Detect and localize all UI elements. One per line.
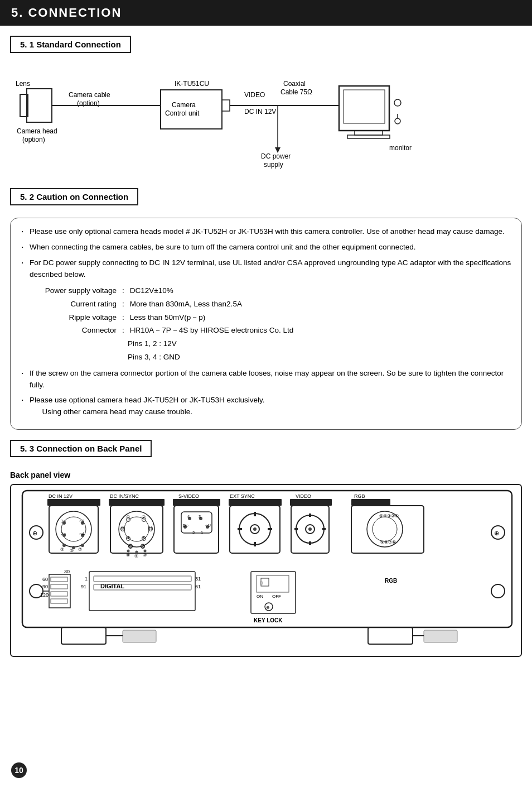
svg-rect-104	[254, 542, 256, 546]
svg-rect-154	[368, 627, 413, 644]
svg-text:Camera: Camera	[172, 101, 196, 109]
svg-rect-101	[238, 528, 242, 530]
svg-rect-19	[344, 90, 385, 123]
svg-point-75	[127, 549, 130, 552]
svg-point-23	[395, 118, 400, 124]
svg-point-110	[308, 527, 312, 531]
svg-rect-113	[309, 514, 311, 517]
svg-text:60: 60	[42, 577, 48, 582]
svg-rect-121	[51, 599, 67, 603]
svg-text:90: 90	[42, 584, 48, 589]
svg-rect-12	[222, 100, 230, 111]
svg-point-100	[253, 527, 257, 531]
spec-row-5: Pins 1, 2 : 12V	[38, 338, 511, 350]
svg-text:VIDEO: VIDEO	[296, 493, 311, 499]
svg-text:3: 3	[199, 514, 201, 519]
svg-text:(option): (option)	[22, 136, 45, 143]
page-number: 10	[11, 762, 27, 778]
svg-text:②: ②	[142, 515, 146, 520]
svg-rect-81	[173, 499, 220, 506]
svg-text:⑤: ⑤	[134, 554, 138, 559]
svg-text:OFF: OFF	[272, 594, 281, 599]
svg-text:DIGITAL: DIGITAL	[100, 583, 124, 589]
svg-text:⑫: ⑫	[128, 544, 133, 549]
svg-text:4: 4	[187, 514, 190, 519]
bullet-dot: ・	[18, 395, 26, 407]
svg-rect-105	[290, 499, 332, 506]
caution-bullet-5: ・ Please use optional camera head JK-TU5…	[18, 395, 511, 418]
svg-rect-143	[351, 506, 424, 553]
spec-row-3: Ripple voltage : Less than 50mV(p－p)	[38, 312, 511, 324]
bullet-dot: ・	[18, 368, 26, 380]
svg-text:31: 31	[195, 576, 201, 582]
svg-text:2○: 2○	[61, 531, 66, 536]
svg-text:⊕: ⊕	[494, 530, 499, 536]
svg-text:RGB: RGB	[354, 493, 365, 499]
svg-text:1: 1	[201, 530, 203, 535]
svg-rect-152	[61, 627, 106, 644]
svg-rect-84	[181, 512, 212, 533]
svg-text:Control unit: Control unit	[165, 109, 200, 117]
caution-bullet-1: ・ Please use only optional camera heads …	[18, 226, 511, 238]
svg-point-148	[373, 517, 397, 541]
svg-text:DC IN 12V: DC IN 12V	[244, 108, 276, 116]
svg-text:Coaxial: Coaxial	[283, 80, 306, 88]
svg-rect-35	[47, 499, 100, 506]
svg-rect-118	[51, 577, 67, 582]
svg-rect-153	[123, 630, 156, 642]
bullet-dot: ・	[18, 227, 26, 238]
svg-text:DC IN/SYNC: DC IN/SYNC	[110, 493, 139, 499]
svg-rect-18	[339, 86, 389, 131]
svg-point-151	[491, 584, 505, 598]
svg-rect-0	[27, 89, 52, 122]
svg-text:⊕: ⊕	[266, 605, 270, 610]
svg-text:1○: 1○	[61, 519, 66, 524]
svg-text:○3: ○3	[79, 519, 85, 524]
section-5-3-header: 5. 3 Connection on Back Panel	[10, 440, 152, 457]
svg-text:③: ③	[126, 535, 130, 540]
svg-rect-144	[351, 499, 390, 506]
svg-rect-56	[110, 506, 163, 553]
svg-text:⑬: ⑬	[141, 544, 145, 549]
svg-text:91: 91	[81, 584, 86, 589]
svg-text:○U: ○U	[205, 523, 211, 528]
svg-rect-102	[268, 528, 272, 530]
svg-text:120: 120	[40, 592, 49, 598]
svg-point-77	[136, 550, 138, 553]
svg-rect-120	[51, 592, 67, 596]
svg-rect-112	[322, 528, 326, 530]
spec-row-4: Connector : HR10A－7P－4S by HIROSE electr…	[38, 325, 511, 337]
svg-rect-127	[89, 572, 195, 611]
svg-point-20	[394, 99, 401, 106]
svg-text:Cable 75Ω: Cable 75Ω	[280, 88, 312, 96]
page-header: 5. CONNECTION	[0, 0, 532, 26]
svg-text:○4: ○4	[79, 531, 85, 536]
svg-rect-114	[309, 541, 311, 545]
standard-connection-diagram: Lens Camera head (option) Camera cable (…	[10, 61, 522, 178]
svg-text:30: 30	[64, 569, 70, 574]
svg-rect-117	[49, 574, 70, 608]
svg-text:④: ④	[142, 535, 146, 540]
svg-text:⑨⑧⑦⑥: ⑨⑧⑦⑥	[380, 540, 396, 545]
bullet-dot: ・	[18, 242, 26, 254]
svg-text:IK-TU51CU: IK-TU51CU	[175, 80, 209, 88]
caution-bullet-4: ・ If the screw on the camera connector p…	[18, 368, 511, 391]
svg-text:⑩: ⑩	[120, 526, 124, 531]
svg-text:⑤④③②①: ⑤④③②①	[379, 514, 399, 519]
svg-text:Lens: Lens	[16, 80, 30, 88]
svg-rect-119	[51, 584, 67, 589]
section-5-2-header: 5. 2 Caution on Connection	[10, 188, 138, 205]
svg-text:EXT SYNC: EXT SYNC	[230, 493, 255, 499]
svg-rect-155	[424, 630, 457, 642]
svg-text:□: □	[260, 580, 263, 586]
back-panel-diagram: ⊕ ⊕ DC IN 12V 1○ ○3 2○ ○4 ⑤ ⑥ ⑦ DC IN/SY…	[10, 484, 522, 657]
svg-text:Camera cable: Camera cable	[69, 91, 110, 99]
svg-point-79	[144, 549, 147, 552]
svg-rect-111	[294, 528, 298, 530]
svg-text:DC IN 12V: DC IN 12V	[49, 493, 72, 499]
svg-text:D○: D○	[183, 523, 188, 528]
svg-text:61: 61	[195, 584, 201, 589]
svg-text:⑪: ⑪	[148, 526, 153, 531]
svg-text:ON: ON	[257, 594, 263, 599]
svg-rect-128	[94, 576, 191, 582]
